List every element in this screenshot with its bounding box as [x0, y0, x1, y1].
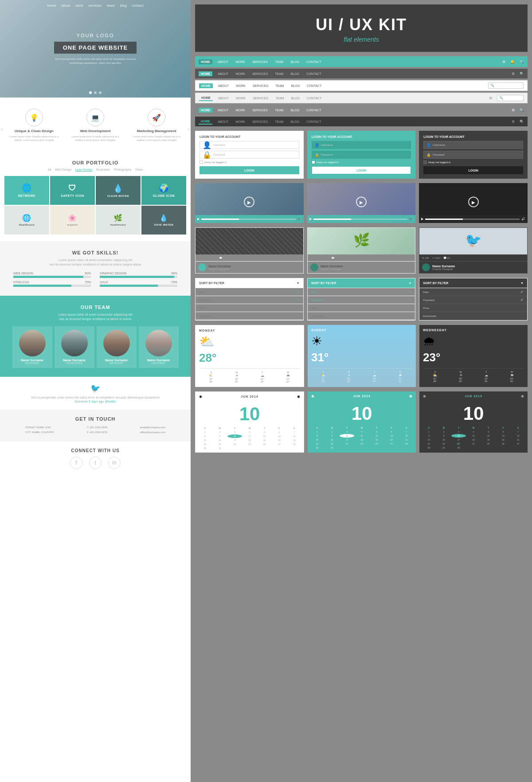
filter-dark-downloads[interactable]: Downloads — [419, 312, 527, 320]
video-play-3[interactable]: ▶ — [468, 197, 479, 207]
gear-icon-lg[interactable]: ⚙ — [489, 96, 492, 100]
navbar-mg-active[interactable]: HOME — [199, 108, 212, 113]
features-prev-arrow[interactable]: ‹ — [1, 125, 3, 133]
navbar-teal-team[interactable]: TEAM — [273, 59, 285, 64]
navbar-dk-blog[interactable]: BLOG — [289, 119, 301, 124]
navbar-dk-services[interactable]: SERVICES — [250, 119, 270, 124]
nav-home[interactable]: home — [47, 4, 56, 8]
portfolio-item-safety[interactable]: 🛡 SAFETY ICON — [50, 176, 95, 205]
video-play-1[interactable]: ▶ — [244, 197, 254, 207]
cal-teal-next[interactable]: ◉ — [409, 394, 412, 398]
tab-logodesign[interactable]: Logo Design — [75, 168, 93, 172]
navbar-dk-contact[interactable]: CONTACT — [305, 119, 323, 124]
facebook-icon[interactable]: f — [70, 457, 82, 469]
navbar-lg-team[interactable]: TEAM — [274, 96, 286, 101]
volume-icon-3[interactable]: 🔊 — [521, 217, 525, 221]
nav-contact[interactable]: contact — [132, 4, 144, 8]
gear-icon[interactable]: ⚙ — [502, 60, 505, 64]
navbar-dk-active[interactable]: HOME — [199, 119, 212, 125]
cal-dark-next[interactable]: ◉ — [521, 394, 524, 398]
navbar-dark-work[interactable]: WORK — [234, 71, 247, 76]
navbar-dk-about[interactable]: ABOUT — [216, 119, 230, 124]
features-next-arrow[interactable]: › — [188, 125, 190, 133]
navbar-teal-work[interactable]: WORK — [234, 59, 247, 64]
search-icon-dark[interactable]: 🔍 — [520, 72, 524, 76]
twitter-link[interactable]: Someone 5 days ago @twitter — [9, 400, 182, 403]
password-field-dark[interactable]: 🔒 Password — [423, 151, 523, 159]
notifications-icon[interactable]: 🔔 — [510, 60, 515, 64]
dot-1[interactable] — [89, 91, 92, 94]
tab-video[interactable]: Video — [135, 168, 143, 172]
username-field-dark[interactable]: 👤 Username — [423, 141, 523, 149]
navbar-dark-services[interactable]: SERVICES — [250, 71, 270, 76]
filter-dark-date[interactable]: Date ✓ — [419, 288, 527, 296]
filter-white-date[interactable]: Date ✓ — [196, 288, 303, 296]
portfolio-item-healthcare2[interactable]: 🌿 healthcare — [96, 206, 141, 235]
navbar-mg-services[interactable]: SERVICES — [250, 108, 270, 113]
tab-photography[interactable]: Photography — [114, 168, 132, 172]
cal-dark-prev[interactable]: ◉ — [423, 394, 426, 398]
portfolio-item-organic[interactable]: 🌸 organic — [50, 206, 95, 235]
filter-dark-popularity[interactable]: Popularity ✓ — [419, 296, 527, 304]
navbar-teal-blog[interactable]: BLOG — [289, 59, 301, 64]
dot-2[interactable] — [94, 91, 97, 94]
filter-dark-price[interactable]: Price — [419, 304, 527, 312]
navbar-teal-about[interactable]: ABOUT — [216, 59, 230, 64]
portfolio-item-cleanwater[interactable]: 💧 CLEAN WATER — [96, 176, 141, 205]
tab-illustration[interactable]: Illustration — [96, 168, 110, 172]
search-icon[interactable]: 🔍 — [520, 60, 524, 64]
navbar-mg-team[interactable]: TEAM — [273, 108, 285, 113]
navbar-dark-contact[interactable]: CONTACT — [305, 71, 323, 76]
remember-checkbox-dark[interactable]: Keep me logged in — [423, 160, 523, 164]
username-field-white[interactable]: 👤 Username — [200, 141, 299, 149]
navbar-dk-work[interactable]: WORK — [234, 119, 247, 124]
navbar-white-about[interactable]: ABOUT — [216, 83, 231, 88]
navbar-mg-about[interactable]: ABOUT — [216, 108, 230, 113]
navbar-lg-blog[interactable]: BLOG — [289, 96, 301, 101]
linkedin-icon[interactable]: in — [108, 457, 121, 469]
nav-services[interactable]: services — [88, 4, 101, 8]
nav-blog[interactable]: blog — [120, 4, 127, 8]
video-play-2[interactable]: ▶ — [356, 197, 367, 207]
navbar-white-contact[interactable]: CONTACT — [305, 83, 323, 88]
volume-icon-2[interactable]: 🔊 — [409, 217, 413, 221]
remember-checkbox-white[interactable]: Keep me logged in — [200, 160, 299, 164]
portfolio-item-healthcare[interactable]: 🌐 Healthcare — [4, 206, 49, 235]
play-ctrl-1[interactable]: ▶ — [197, 217, 200, 221]
navbar-white-blog[interactable]: BLOG — [289, 83, 301, 88]
navbar-white-team[interactable]: TEAM — [274, 83, 286, 88]
nav-team[interactable]: team — [107, 4, 115, 8]
navbar-mg-work[interactable]: WORK — [234, 108, 247, 113]
navbar-mg-blog[interactable]: BLOG — [289, 108, 301, 113]
navbar-teal-active[interactable]: HOME — [199, 59, 212, 64]
play-ctrl-2[interactable]: ▶ — [309, 217, 312, 221]
navbar-mg-contact[interactable]: CONTACT — [305, 108, 323, 113]
filter-white-popularity[interactable]: Popularity ✓ — [196, 296, 303, 304]
login-button-dark[interactable]: LOGIN — [423, 166, 523, 174]
cal-white-next[interactable]: ◉ — [297, 395, 300, 399]
navbar-white-services[interactable]: SERVICES — [251, 83, 270, 88]
navbar-dark-team[interactable]: TEAM — [273, 71, 285, 76]
password-field-teal[interactable]: 🔒 Password — [312, 151, 411, 159]
search-icon-mg[interactable]: 🔍 — [520, 108, 524, 112]
login-button-white[interactable]: LOGIN — [200, 166, 299, 174]
tab-webdesign[interactable]: Web Design — [55, 168, 72, 172]
portfolio-item-globe[interactable]: 🌍 GLOBE ICON — [141, 176, 186, 205]
nav-work[interactable]: work — [76, 4, 83, 8]
navbar-dk-team[interactable]: TEAM — [273, 119, 285, 124]
filter-teal-popularity[interactable]: Popularity ✓ — [308, 296, 415, 304]
nav-about[interactable]: about — [62, 4, 70, 8]
remember-checkbox-teal[interactable]: Keep me logged in — [312, 160, 411, 164]
navbar-dark-blog[interactable]: BLOG — [289, 71, 301, 76]
filter-dark-header[interactable]: SORT BY FILTER ▼ — [419, 278, 527, 288]
portfolio-item-savewater[interactable]: 💧 SAVE WATER — [141, 206, 186, 235]
search-icon-dk[interactable]: 🔍 — [520, 120, 524, 124]
filter-white-price[interactable]: Price — [196, 304, 303, 312]
navbar-lg-contact[interactable]: CONTACT — [305, 96, 323, 101]
navbar-lg-services[interactable]: SERVICES — [251, 96, 270, 101]
dot-3[interactable] — [99, 91, 102, 94]
navbar-lg-work[interactable]: WORK — [234, 96, 247, 101]
navbar-dark-about[interactable]: ABOUT — [216, 71, 230, 76]
twitter-social-icon[interactable]: t — [89, 457, 102, 469]
username-field-teal[interactable]: 👤 Username — [312, 141, 411, 149]
